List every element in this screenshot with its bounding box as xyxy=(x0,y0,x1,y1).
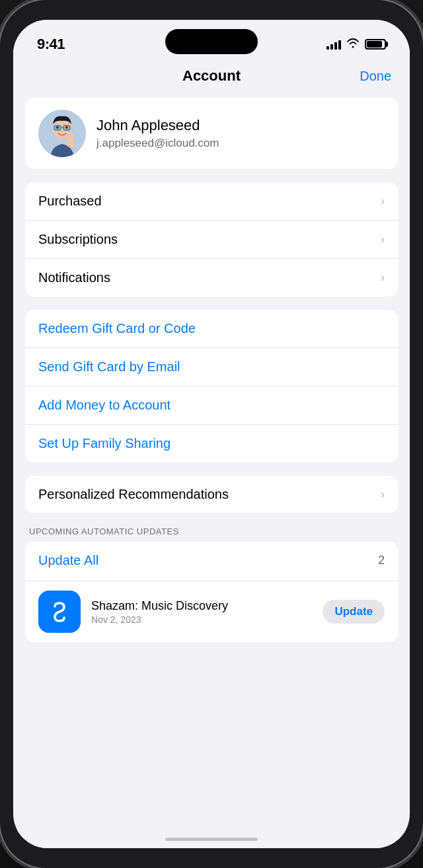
shazam-app-icon xyxy=(38,591,81,633)
profile-card[interactable]: John Appleseed j.appleseed@icloud.com xyxy=(25,98,398,169)
updates-section-label: UPCOMING AUTOMATIC UPDATES xyxy=(25,526,398,542)
update-count: 2 xyxy=(378,554,385,567)
updates-section: UPCOMING AUTOMATIC UPDATES Update All 2 xyxy=(25,526,398,642)
svg-point-7 xyxy=(56,126,59,129)
notifications-item[interactable]: Notifications › xyxy=(25,259,398,297)
main-section-card: Purchased › Subscriptions › Notification… xyxy=(25,182,398,297)
update-button[interactable]: Update xyxy=(323,600,385,624)
action-section-card: Redeem Gift Card or Code Send Gift Card … xyxy=(25,310,398,462)
recommendations-section-card: Personalized Recommendations › xyxy=(25,476,398,513)
profile-email: j.appleseed@icloud.com xyxy=(96,137,219,150)
purchased-chevron-icon: › xyxy=(381,194,385,208)
recommendations-chevron-icon: › xyxy=(381,488,385,501)
family-sharing-item[interactable]: Set Up Family Sharing xyxy=(25,425,398,462)
app-row: Shazam: Music Discovery Nov 2, 2023 Upda… xyxy=(25,581,398,642)
status-time: 9:41 xyxy=(37,36,65,53)
purchased-label: Purchased xyxy=(38,194,102,209)
avatar xyxy=(38,110,86,157)
phone-frame: 9:41 xyxy=(0,0,423,868)
signal-bars-icon xyxy=(327,39,341,50)
home-bar xyxy=(165,838,258,841)
profile-name: John Appleseed xyxy=(96,117,219,134)
done-button[interactable]: Done xyxy=(352,69,391,84)
subscriptions-label: Subscriptions xyxy=(38,232,118,247)
send-gift-card-item[interactable]: Send Gift Card by Email xyxy=(25,348,398,386)
redeem-gift-card-item[interactable]: Redeem Gift Card or Code xyxy=(25,310,398,348)
redeem-gift-card-label: Redeem Gift Card or Code xyxy=(38,321,196,336)
app-name: Shazam: Music Discovery xyxy=(91,599,312,613)
update-all-row[interactable]: Update All 2 xyxy=(25,542,398,579)
notifications-chevron-icon: › xyxy=(381,271,385,285)
family-sharing-label: Set Up Family Sharing xyxy=(38,436,171,451)
status-icons xyxy=(327,38,386,51)
add-money-item[interactable]: Add Money to Account xyxy=(25,386,398,425)
subscriptions-chevron-icon: › xyxy=(381,233,385,246)
subscriptions-item[interactable]: Subscriptions › xyxy=(25,221,398,259)
add-money-label: Add Money to Account xyxy=(38,398,171,413)
nav-bar: Account Done xyxy=(13,59,410,91)
send-gift-card-label: Send Gift Card by Email xyxy=(38,359,180,375)
wifi-icon xyxy=(346,38,360,51)
app-date: Nov 2, 2023 xyxy=(91,614,312,625)
notifications-label: Notifications xyxy=(38,270,110,285)
svg-point-8 xyxy=(65,126,68,129)
dynamic-island xyxy=(165,29,258,54)
update-all-label: Update All xyxy=(38,553,98,568)
battery-icon xyxy=(365,39,386,50)
nav-title: Account xyxy=(71,67,352,85)
app-info: Shazam: Music Discovery Nov 2, 2023 xyxy=(91,599,312,625)
recommendations-label: Personalized Recommendations xyxy=(38,487,229,502)
home-indicator xyxy=(13,830,410,848)
recommendations-item[interactable]: Personalized Recommendations › xyxy=(25,476,398,513)
purchased-item[interactable]: Purchased › xyxy=(25,182,398,221)
phone-screen: 9:41 xyxy=(13,20,410,848)
profile-info: John Appleseed j.appleseed@icloud.com xyxy=(96,117,219,150)
scroll-content[interactable]: John Appleseed j.appleseed@icloud.com Pu… xyxy=(13,91,410,830)
